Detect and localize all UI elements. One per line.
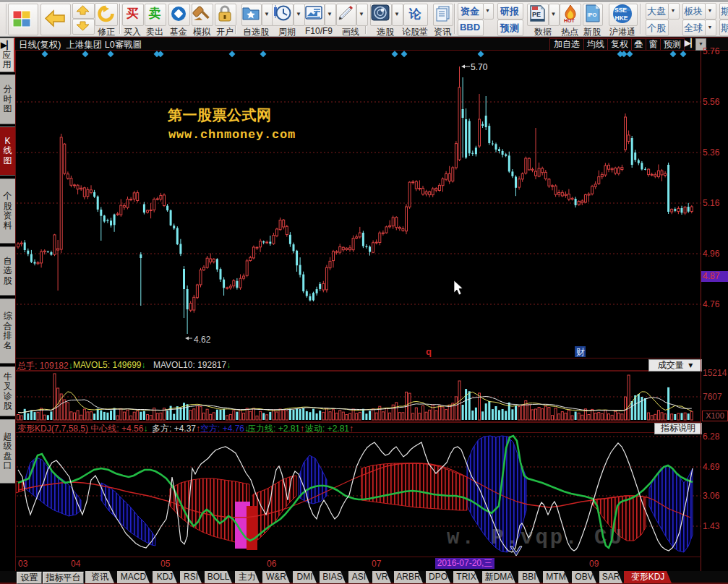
svg-text:www.chnmoney.com: www.chnmoney.com [168, 128, 296, 142]
svg-text:SSE: SSE [614, 7, 627, 14]
svg-text:5.70: 5.70 [471, 62, 488, 72]
svg-text:4.62: 4.62 [194, 335, 211, 345]
svg-text:w. P.vqp. CU: w. P.vqp. CU [447, 526, 624, 550]
svg-text:第一股票公式网: 第一股票公式网 [167, 107, 272, 123]
svg-text:IPO: IPO [588, 12, 597, 18]
svg-text:q: q [426, 346, 432, 357]
svg-text:PE: PE [532, 11, 541, 18]
svg-text:HKE: HKE [615, 14, 628, 22]
svg-text:财: 财 [576, 347, 585, 357]
svg-text:HOT: HOT [564, 18, 575, 23]
